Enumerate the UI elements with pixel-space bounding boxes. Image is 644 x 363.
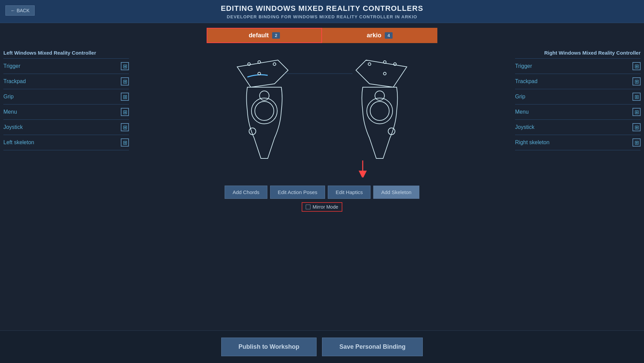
right-menu-label: Menu bbox=[515, 109, 529, 115]
left-trigger-add[interactable]: ⊞ bbox=[121, 62, 129, 70]
tab-arkio-label: arkio bbox=[367, 32, 381, 39]
mirror-mode-label: Mirror Mode bbox=[312, 204, 338, 210]
svg-point-15 bbox=[383, 72, 386, 75]
left-menu-add[interactable]: ⊞ bbox=[121, 108, 129, 116]
main-content: Left Windows Mixed Reality Controller Tr… bbox=[0, 46, 644, 215]
right-menu-row[interactable]: Menu ⊞ bbox=[515, 104, 641, 119]
mirror-mode-row: Mirror Mode bbox=[302, 202, 342, 212]
svg-point-8 bbox=[367, 98, 393, 124]
right-panel-title: Right Windows Mixed Reality Controller bbox=[515, 50, 641, 56]
right-grip-add[interactable]: ⊞ bbox=[632, 93, 641, 101]
right-joystick-row[interactable]: Joystick ⊞ bbox=[515, 119, 641, 135]
right-trigger-add[interactable]: ⊞ bbox=[632, 62, 641, 70]
edit-action-poses-button[interactable]: Edit Action Poses bbox=[270, 186, 325, 199]
left-trackpad-add[interactable]: ⊞ bbox=[121, 77, 129, 85]
svg-point-11 bbox=[375, 91, 384, 100]
left-grip-label: Grip bbox=[3, 94, 14, 100]
mirror-mode-checkbox-wrap[interactable]: Mirror Mode bbox=[302, 202, 342, 212]
left-menu-row[interactable]: Menu ⊞ bbox=[3, 104, 129, 119]
right-joystick-add[interactable]: ⊞ bbox=[632, 123, 641, 131]
right-trackpad-label: Trackpad bbox=[515, 78, 537, 84]
tab-arkio[interactable]: arkio 4 bbox=[322, 28, 437, 43]
left-trigger-row[interactable]: Trigger ⊞ bbox=[3, 58, 129, 74]
left-skeleton-row[interactable]: Left skeleton ⊞ bbox=[3, 135, 129, 150]
left-skeleton-label: Left skeleton bbox=[3, 139, 34, 146]
page-subtitle: DEVELOPER BINDING FOR WINDOWS MIXED REAL… bbox=[0, 14, 644, 19]
back-button[interactable]: ← BACK bbox=[5, 5, 35, 16]
left-joystick-row[interactable]: Joystick ⊞ bbox=[3, 119, 129, 135]
left-menu-label: Menu bbox=[3, 109, 17, 115]
center-area: Add Chords Edit Action Poses Edit Haptic… bbox=[132, 50, 512, 212]
left-grip-row[interactable]: Grip ⊞ bbox=[3, 89, 129, 104]
edit-haptics-button[interactable]: Edit Haptics bbox=[328, 186, 371, 199]
tabs-row: default 2 arkio 4 bbox=[0, 23, 644, 46]
action-buttons-row: Add Chords Edit Action Poses Edit Haptic… bbox=[225, 186, 419, 199]
save-personal-binding-button[interactable]: Save Personal Binding bbox=[322, 338, 423, 356]
left-joystick-label: Joystick bbox=[3, 124, 23, 130]
right-trackpad-add[interactable]: ⊞ bbox=[632, 77, 641, 85]
add-skeleton-button[interactable]: Add Skeleton bbox=[373, 186, 419, 199]
page-header: EDITING WINDOWS MIXED REALITY CONTROLLER… bbox=[0, 0, 644, 23]
right-trigger-row[interactable]: Trigger ⊞ bbox=[515, 58, 641, 74]
tab-default-badge: 2 bbox=[272, 32, 280, 39]
mirror-mode-checkbox[interactable] bbox=[306, 205, 310, 209]
controllers-svg bbox=[220, 53, 424, 182]
left-trackpad-row[interactable]: Trackpad ⊞ bbox=[3, 74, 129, 89]
add-skeleton-arrow bbox=[356, 160, 370, 179]
left-panel-title: Left Windows Mixed Reality Controller bbox=[3, 50, 129, 56]
right-joystick-label: Joystick bbox=[515, 124, 534, 130]
right-menu-add[interactable]: ⊞ bbox=[632, 108, 641, 116]
bottom-bar: Publish to Workshop Save Personal Bindin… bbox=[0, 330, 644, 363]
right-grip-label: Grip bbox=[515, 94, 525, 100]
svg-point-3 bbox=[260, 91, 269, 100]
right-trigger-label: Trigger bbox=[515, 63, 532, 69]
tab-arkio-badge: 4 bbox=[385, 32, 393, 39]
svg-point-0 bbox=[251, 98, 277, 124]
right-skeleton-row[interactable]: Right skeleton ⊞ bbox=[515, 135, 641, 150]
right-grip-row[interactable]: Grip ⊞ bbox=[515, 89, 641, 104]
left-joystick-add[interactable]: ⊞ bbox=[121, 123, 129, 131]
publish-to-workshop-button[interactable]: Publish to Workshop bbox=[221, 338, 317, 356]
right-panel: Right Windows Mixed Reality Controller T… bbox=[512, 50, 644, 212]
page-title: EDITING WINDOWS MIXED REALITY CONTROLLER… bbox=[0, 4, 644, 13]
left-panel: Left Windows Mixed Reality Controller Tr… bbox=[0, 50, 132, 212]
svg-point-6 bbox=[273, 63, 276, 65]
left-skeleton-add[interactable]: ⊞ bbox=[121, 138, 129, 147]
tab-default[interactable]: default 2 bbox=[207, 28, 322, 43]
right-skeleton-label: Right skeleton bbox=[515, 139, 549, 146]
tab-default-label: default bbox=[249, 32, 269, 39]
controllers-display bbox=[220, 53, 424, 182]
svg-point-14 bbox=[368, 63, 371, 65]
svg-point-9 bbox=[370, 101, 389, 120]
add-chords-button[interactable]: Add Chords bbox=[225, 186, 267, 199]
left-trackpad-label: Trackpad bbox=[3, 78, 26, 84]
svg-point-1 bbox=[255, 101, 274, 120]
left-trigger-label: Trigger bbox=[3, 63, 20, 69]
right-trackpad-row[interactable]: Trackpad ⊞ bbox=[515, 74, 641, 89]
left-grip-add[interactable]: ⊞ bbox=[121, 93, 129, 101]
right-skeleton-add[interactable]: ⊞ bbox=[632, 138, 641, 147]
